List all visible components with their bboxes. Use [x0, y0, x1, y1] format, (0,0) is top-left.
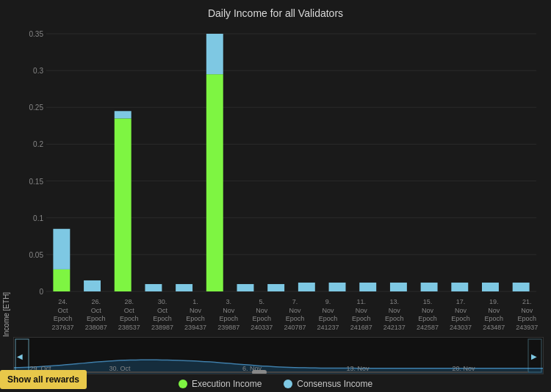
- svg-rect-31: [421, 283, 438, 291]
- x-label: 11.NovEpoch241687: [345, 298, 378, 333]
- svg-text:0.05: 0.05: [29, 251, 44, 259]
- execution-legend-item: Execution Income: [179, 379, 262, 389]
- chart-title: Daily Income for all Validators: [0, 7, 551, 19]
- svg-text:0.15: 0.15: [29, 178, 44, 186]
- svg-rect-20: [115, 111, 132, 118]
- show-all-rewards-button[interactable]: Show all rewards: [0, 370, 87, 389]
- svg-rect-47: [252, 370, 267, 374]
- chart-container: Daily Income for all Validators Income […: [0, 0, 551, 392]
- svg-rect-30: [390, 283, 407, 291]
- minimap-area[interactable]: 29. Oct30. Oct6. Nov13. Nov20. Nov◀▶: [13, 337, 544, 374]
- grid-and-bars: 0.350.30.250.20.150.10.050: [13, 25, 544, 297]
- consensus-legend-label: Consensus Income: [297, 379, 372, 389]
- svg-text:0.1: 0.1: [33, 214, 43, 222]
- x-label: 23.NovEpoch...: [544, 298, 551, 333]
- svg-rect-27: [298, 283, 315, 291]
- svg-rect-18: [84, 280, 101, 291]
- x-label: 3.NovEpoch239887: [212, 298, 245, 333]
- x-label: 7.NovEpoch240787: [278, 298, 311, 333]
- main-chart-area: Income [ETH] 0.350.30.250.20.150.10.050 …: [0, 25, 551, 337]
- svg-rect-34: [513, 283, 530, 291]
- svg-text:◀: ◀: [17, 352, 23, 360]
- svg-rect-23: [206, 74, 223, 291]
- svg-rect-22: [176, 284, 192, 291]
- x-label: 5.NovEpoch240337: [245, 298, 278, 333]
- svg-text:0.35: 0.35: [29, 30, 44, 38]
- svg-rect-32: [451, 283, 468, 291]
- svg-rect-26: [267, 284, 284, 291]
- y-axis-label: Income [ETH]: [0, 25, 13, 337]
- svg-text:0: 0: [39, 288, 43, 296]
- x-label: 9.NovEpoch241237: [311, 298, 345, 333]
- svg-text:▶: ▶: [531, 352, 537, 360]
- execution-legend-label: Execution Income: [192, 379, 262, 389]
- consensus-legend-item: Consensus Income: [284, 379, 372, 389]
- svg-text:20. Nov: 20. Nov: [452, 365, 475, 372]
- x-label: 13.NovEpoch242137: [378, 298, 411, 333]
- svg-rect-24: [206, 34, 223, 74]
- svg-text:0.2: 0.2: [33, 140, 43, 148]
- x-label: 30.OctEpoch238987: [145, 298, 179, 333]
- svg-rect-25: [237, 284, 254, 291]
- execution-legend-dot: [179, 380, 187, 388]
- x-label: 21.NovEpoch243937: [511, 298, 544, 333]
- x-label: 26.OctEpoch238087: [79, 298, 112, 333]
- x-label: 1.NovEpoch239437: [179, 298, 212, 333]
- svg-text:30. Oct: 30. Oct: [109, 365, 131, 372]
- svg-text:13. Nov: 13. Nov: [346, 365, 370, 372]
- svg-rect-29: [359, 283, 376, 291]
- x-axis-labels: 24.OctEpoch23763726.OctEpoch23808728.Oct…: [46, 297, 544, 337]
- svg-rect-28: [329, 283, 346, 291]
- x-label: 24.OctEpoch237637: [46, 298, 79, 333]
- svg-rect-16: [53, 269, 70, 291]
- svg-rect-33: [482, 283, 499, 291]
- svg-rect-17: [53, 229, 70, 269]
- main-chart-svg: 0.350.30.250.20.150.10.050: [13, 25, 544, 297]
- svg-text:0.25: 0.25: [29, 104, 44, 112]
- svg-rect-19: [115, 118, 132, 291]
- x-label: 28.OctEpoch238537: [112, 298, 145, 333]
- svg-text:0.3: 0.3: [33, 67, 43, 75]
- minimap-svg: 29. Oct30. Oct6. Nov13. Nov20. Nov◀▶: [14, 338, 543, 374]
- x-label: 17.NovEpoch243037: [444, 298, 478, 333]
- svg-rect-21: [145, 284, 162, 291]
- chart-inner: 0.350.30.250.20.150.10.050 24.OctEpoch23…: [13, 25, 551, 337]
- x-label: 19.NovEpoch243487: [478, 298, 511, 333]
- x-label: 15.NovEpoch242587: [411, 298, 444, 333]
- consensus-legend-dot: [284, 380, 292, 388]
